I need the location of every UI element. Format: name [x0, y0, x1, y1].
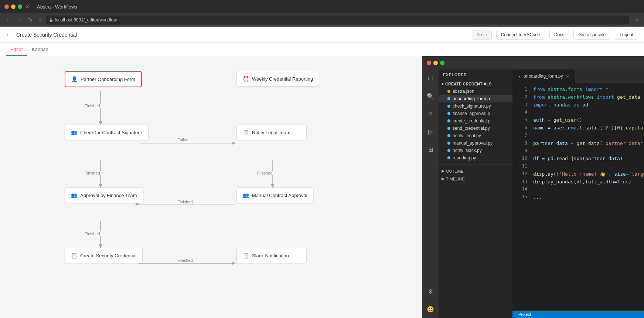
node-label-weekly-credential: Weekly Credential Reporting	[252, 76, 313, 82]
extensions-activity-icon[interactable]: ⊞	[425, 143, 436, 155]
file-notify-legal[interactable]: notify_legal.py	[439, 132, 512, 139]
forward-button[interactable]: →	[16, 16, 24, 24]
back-button[interactable]: ←	[4, 16, 13, 24]
file-reporting[interactable]: reporting.py	[439, 154, 512, 162]
code-line-14: 14	[512, 186, 644, 193]
node-manual-contract[interactable]: 👥 Manual Contract Approval	[236, 187, 314, 203]
chevron-right-icon: ▶	[442, 169, 444, 173]
run-activity-icon[interactable]: ▷	[425, 126, 436, 138]
timeline-section[interactable]: ▶ TIMELINE	[439, 174, 512, 182]
settings-activity-icon[interactable]: ⚙	[425, 285, 436, 297]
code-line-3: 3 import pandas as pd	[512, 101, 644, 109]
vscode-close[interactable]	[427, 61, 431, 65]
git-activity-icon[interactable]: ⑂	[425, 108, 436, 120]
editor-area: ● onboarding_form.py ✕ 1 from abstra.for…	[512, 70, 644, 318]
form-icon: 👤	[71, 76, 78, 82]
edge-label-failed: Failed	[176, 138, 190, 142]
node-create-credential[interactable]: 📋 Create Security Credential	[65, 248, 143, 263]
maximize-button[interactable]	[18, 4, 22, 9]
tab-editor[interactable]: Editor	[6, 44, 27, 56]
file-icon-py	[447, 97, 450, 100]
tab-close-icon[interactable]: ✕	[566, 74, 569, 78]
explorer-title: EXPLORER	[439, 70, 512, 80]
node-approval-finance[interactable]: 👥 Approval by Finance Team	[65, 187, 143, 203]
vscode-maximize[interactable]	[440, 61, 444, 65]
file-finance-approval[interactable]: finance_approval.p	[439, 110, 512, 117]
node-partner-onboarding[interactable]: 👤 Partner Onboarding Form	[65, 71, 142, 87]
code-line-6: 6 name = user.email.split('@')[0].capita…	[512, 124, 644, 132]
vscode-minimize[interactable]	[433, 61, 438, 65]
code-line-4: 4	[512, 109, 644, 116]
explorer-activity-icon[interactable]: ⬚	[425, 72, 436, 84]
code-line-1: 1 from abstra.forms import *	[512, 86, 644, 94]
docs-button[interactable]: Docs	[549, 30, 569, 40]
file-icon-py-3	[447, 112, 450, 115]
connect-vscode-button[interactable]: Connect to VSCode	[496, 30, 545, 40]
node-label-create-credential: Create Security Credential	[80, 253, 136, 258]
credential-icon: 📋	[71, 253, 77, 258]
section-title[interactable]: ▾ CREATE CREDENTIALS	[439, 80, 512, 88]
code-line-12: 12 display(f'Hello {name} 👋', size='larg…	[512, 170, 644, 178]
file-icon-py-5	[447, 127, 450, 130]
file-icon-json	[447, 90, 450, 93]
activity-bar: ⬚ 🔍 ⑂ ▷ ⊞ ⚙ 😊	[422, 70, 439, 318]
back-nav-button[interactable]: ←	[6, 31, 12, 38]
approval-icon: 👥	[71, 192, 77, 198]
app-icon: ✕	[25, 4, 30, 10]
node-notify-legal[interactable]: 📋 Notify Legal Team	[236, 125, 307, 140]
file-abstra-json[interactable]: abstra.json	[439, 88, 512, 95]
vscode-body: ⬚ 🔍 ⑂ ▷ ⊞ ⚙ 😊 EXPLORER ▾ CREATE CREDENTI…	[422, 70, 644, 318]
tab-kanban[interactable]: Kanban	[27, 44, 53, 56]
file-create-credential[interactable]: create_credential.p	[439, 117, 512, 125]
tab-filename: onboarding_form.py	[524, 74, 563, 79]
vscode-panel: ⬚ 🔍 ⑂ ▷ ⊞ ⚙ 😊 EXPLORER ▾ CREATE CREDENTI…	[422, 56, 644, 318]
titlebar: ✕ Abstra - Workflows	[0, 0, 644, 13]
status-project[interactable]: Project	[515, 312, 534, 317]
file-notify-slack[interactable]: notify_slack.py	[439, 147, 512, 154]
console-button[interactable]: Go to console	[573, 30, 610, 40]
file-icon-py-9	[447, 156, 450, 159]
node-label-manual-contract: Manual Contract Approval	[252, 193, 307, 198]
url-bar[interactable]: 🔒 localhost:8001/_editor/workflow	[46, 16, 629, 24]
close-button[interactable]	[4, 4, 9, 9]
edge-label-finished-1: Finished	[83, 104, 102, 108]
logout-button[interactable]: Logout	[615, 30, 638, 40]
minimize-button[interactable]	[11, 4, 16, 9]
workflow-canvas[interactable]: Finished Failed Finished Finished Finish…	[0, 56, 422, 318]
bookmark-icon[interactable]: ☆	[635, 17, 640, 23]
home-button[interactable]: ⌂	[37, 16, 43, 24]
editor-content[interactable]: 1 from abstra.forms import * 2 from abst…	[512, 83, 644, 311]
titlebar-title: Abstra - Workflows	[37, 4, 77, 10]
node-label-approval-finance: Approval by Finance Team	[80, 193, 137, 198]
node-check-signature[interactable]: 👥 Check for Contract Signature	[65, 125, 149, 140]
outline-section[interactable]: ▶ OUTLINE	[439, 166, 512, 174]
code-line-5: 5 auth = get_user()	[512, 116, 644, 124]
file-icon-py-4	[447, 119, 450, 122]
search-activity-icon[interactable]: 🔍	[425, 90, 436, 102]
browserbar: ← → ↻ ⌂ 🔒 localhost:8001/_editor/workflo…	[0, 13, 644, 27]
reload-button[interactable]: ↻	[27, 16, 34, 24]
notify-icon: 📋	[243, 129, 249, 135]
manual-icon: 👥	[243, 192, 249, 198]
node-label-partner-onboarding: Partner Onboarding Form	[81, 77, 135, 82]
code-line-8: 8 partner_data = get_data('partner_data'…	[512, 140, 644, 148]
chevron-down-icon: ▾	[442, 81, 444, 86]
node-slack[interactable]: 📋 Slack Notification	[236, 248, 307, 263]
file-check-signature[interactable]: check_signature.py	[439, 102, 512, 110]
node-label-slack: Slack Notification	[252, 253, 289, 258]
account-activity-icon[interactable]: 😊	[425, 303, 436, 315]
main-tabs: Editor Kanban	[0, 43, 644, 56]
code-line-9: 9	[512, 147, 644, 155]
code-line-7: 7	[512, 132, 644, 140]
file-send-credential[interactable]: send_credential.py	[439, 125, 512, 132]
edge-label-finished-3: Finished	[256, 171, 274, 175]
file-manual-approval[interactable]: manual_approval.py	[439, 139, 512, 147]
save-button[interactable]: Save	[472, 30, 491, 40]
file-onboarding-form[interactable]: onboarding_form.p	[439, 95, 512, 102]
check-icon: 👥	[71, 129, 77, 135]
node-label-notify-legal: Notify Legal Team	[252, 130, 290, 135]
lock-icon: 🔒	[49, 18, 53, 22]
editor-tab-onboarding[interactable]: ● onboarding_form.py ✕	[512, 70, 575, 83]
node-weekly-credential[interactable]: ⏰ Weekly Credential Reporting	[236, 71, 319, 87]
editor-tabs: ● onboarding_form.py ✕	[512, 70, 644, 83]
